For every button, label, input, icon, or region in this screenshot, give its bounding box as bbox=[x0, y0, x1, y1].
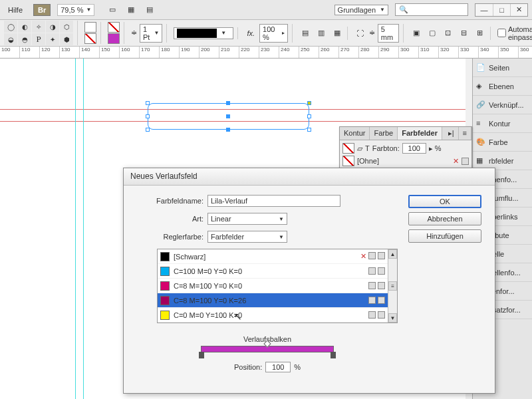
selection-handle[interactable] bbox=[307, 114, 311, 118]
position-input[interactable] bbox=[265, 362, 291, 372]
colormode-icon bbox=[368, 297, 376, 304]
tab-farbe[interactable]: Farbe bbox=[370, 127, 398, 140]
swatchtype-icon bbox=[378, 297, 385, 304]
close-button[interactable]: ✕ bbox=[510, 4, 527, 16]
panel-item[interactable]: ◈Ebenen bbox=[473, 77, 532, 96]
fx-icon[interactable]: fx. bbox=[245, 27, 257, 40]
panel-menu-icon[interactable]: ≡ bbox=[459, 127, 471, 140]
stroke-style-select[interactable]: ▼ bbox=[174, 27, 233, 39]
frame-icon[interactable]: ⛶ bbox=[354, 27, 366, 40]
apply-swatches[interactable] bbox=[104, 22, 124, 44]
type-select[interactable]: Linear▼ bbox=[207, 213, 287, 225]
ok-button[interactable]: OK bbox=[408, 195, 481, 208]
panel-label: rbfelder bbox=[489, 157, 513, 165]
selection-handle[interactable] bbox=[307, 101, 311, 105]
fill-stroke-swatches[interactable] bbox=[80, 22, 101, 44]
opacity-select[interactable]: 100 %▸ bbox=[259, 24, 288, 43]
ruler-tick: 170 bbox=[140, 47, 160, 58]
workspace-select[interactable]: Grundlagen▼ bbox=[334, 5, 388, 15]
panel-item[interactable]: 📄Seiten bbox=[473, 59, 532, 77]
gradient-ramp[interactable] bbox=[201, 346, 334, 352]
scroll-down-icon[interactable]: ▼ bbox=[388, 313, 397, 323]
stroke-swatch[interactable] bbox=[84, 33, 96, 44]
tint-slider-icon[interactable]: ▸ % bbox=[429, 144, 442, 153]
container-icon[interactable]: ▱ bbox=[357, 144, 362, 153]
selection-handle[interactable] bbox=[226, 101, 230, 105]
maximize-button[interactable]: □ bbox=[493, 4, 510, 16]
stroke-weight-select[interactable]: 1 Pt▼ bbox=[140, 24, 162, 43]
swatch-row[interactable]: C=100 M=0 Y=0 K=0 bbox=[158, 264, 388, 279]
gradient-stop[interactable] bbox=[331, 352, 336, 358]
tool-icon[interactable]: ✧ bbox=[32, 21, 45, 33]
tool-icon[interactable]: ⬡ bbox=[60, 21, 73, 33]
swatches-panel[interactable]: Kontur Farbe Farbfelder ▸| ≡ ▱ T Farbton… bbox=[339, 126, 472, 172]
panel-item[interactable]: 🔗Verknüpf... bbox=[473, 96, 532, 114]
stopcolor-select[interactable]: Farbfelder▼ bbox=[207, 231, 287, 243]
panel-menu-icon[interactable]: ▸| bbox=[444, 127, 459, 140]
swatch-row[interactable]: C=0 M=0 Y=100 K=0 bbox=[158, 308, 388, 323]
fit-icon[interactable]: ▣ bbox=[409, 27, 424, 40]
tool-icon[interactable]: ✦ bbox=[46, 33, 59, 45]
view-mode-icons: ▭ ▦ ▤ bbox=[105, 3, 157, 17]
swatch-row[interactable]: C=8 M=100 Y=0 K=0 bbox=[158, 279, 388, 293]
swatch-row[interactable]: C=8 M=100 Y=0 K=26 bbox=[158, 293, 388, 308]
gradient-stop[interactable] bbox=[199, 352, 204, 358]
panel-item[interactable]: ≡Kontur bbox=[473, 114, 532, 133]
scrollbar[interactable]: ▲ ≡ ▼ bbox=[388, 249, 397, 323]
selection-handle[interactable] bbox=[226, 114, 230, 118]
tint-input[interactable] bbox=[402, 143, 426, 154]
bridge-badge[interactable]: Br bbox=[33, 4, 51, 16]
tool-p-icon[interactable]: P bbox=[32, 33, 45, 45]
tool-icon[interactable]: ◑ bbox=[46, 21, 59, 33]
menu-help[interactable]: Hilfe bbox=[4, 4, 27, 16]
none-label: [Ohne] bbox=[357, 157, 379, 165]
fit-icon[interactable]: ⊡ bbox=[441, 27, 456, 40]
cancel-button[interactable]: Abbrechen bbox=[408, 212, 481, 225]
wrap-icon[interactable]: ▦ bbox=[330, 27, 344, 40]
frame-size-select[interactable]: 5 mm bbox=[378, 24, 399, 43]
frame-fit-controls: ⛶ ≑ 5 mm bbox=[350, 24, 404, 43]
screen-mode-icon[interactable]: ▦ bbox=[124, 3, 138, 17]
search-input[interactable]: 🔍 bbox=[395, 3, 468, 16]
panel-item[interactable]: 🎨Farbe bbox=[473, 133, 532, 152]
swatch-name-input[interactable] bbox=[207, 195, 340, 207]
arrange-icon[interactable]: ▤ bbox=[142, 3, 157, 17]
swatch-chip bbox=[160, 296, 170, 305]
swatch-row[interactable]: [Schwarz]✕ bbox=[158, 249, 388, 264]
tab-kontur[interactable]: Kontur bbox=[340, 127, 370, 140]
stepper-icon[interactable]: ≑ bbox=[131, 29, 137, 37]
tool-icon[interactable]: ◯ bbox=[4, 21, 17, 33]
stepper-icon[interactable]: ≑ bbox=[369, 29, 375, 37]
wrap-icon[interactable]: ▥ bbox=[314, 27, 329, 40]
add-button[interactable]: Hinzufügen bbox=[408, 229, 481, 243]
text-icon[interactable]: T bbox=[365, 144, 370, 152]
fit-icon[interactable]: ⊟ bbox=[457, 27, 471, 40]
fill-swatch[interactable] bbox=[84, 22, 96, 33]
tool-icon[interactable]: ◒ bbox=[4, 33, 17, 45]
autofit-checkbox[interactable] bbox=[497, 29, 506, 37]
screen-mode-icon[interactable]: ▭ bbox=[105, 3, 120, 17]
selection-handle[interactable] bbox=[146, 128, 150, 132]
fit-icon[interactable]: ▢ bbox=[425, 27, 440, 40]
zoom-select[interactable]: 79,5 %▼ bbox=[57, 4, 94, 16]
wrap-icon[interactable]: ▤ bbox=[298, 27, 313, 40]
apply-fill-swatch[interactable] bbox=[108, 22, 120, 33]
minimize-button[interactable]: — bbox=[475, 4, 493, 16]
scroll-up-icon[interactable]: ▲ bbox=[388, 249, 397, 259]
search-icon: 🔍 bbox=[399, 5, 408, 14]
swatch-name: [Schwarz] bbox=[174, 253, 205, 261]
selection-handle[interactable] bbox=[226, 128, 230, 132]
tab-farbfelder[interactable]: Farbfelder bbox=[398, 127, 442, 140]
fit-icon[interactable]: ⊞ bbox=[473, 27, 487, 40]
tool-icon[interactable]: ⬢ bbox=[60, 33, 73, 45]
window-controls: — □ ✕ bbox=[475, 3, 528, 17]
fill-proxy[interactable] bbox=[342, 143, 354, 154]
tool-icon[interactable]: ◓ bbox=[18, 33, 31, 45]
scroll-grip-icon[interactable]: ≡ bbox=[388, 281, 397, 291]
tool-icon[interactable]: ◐ bbox=[18, 21, 31, 33]
none-swatch[interactable] bbox=[342, 156, 354, 166]
selection-handle[interactable] bbox=[307, 128, 311, 132]
selection-handle[interactable] bbox=[146, 114, 150, 118]
selection-handle[interactable] bbox=[146, 101, 150, 105]
apply-color-swatch[interactable] bbox=[108, 33, 120, 44]
